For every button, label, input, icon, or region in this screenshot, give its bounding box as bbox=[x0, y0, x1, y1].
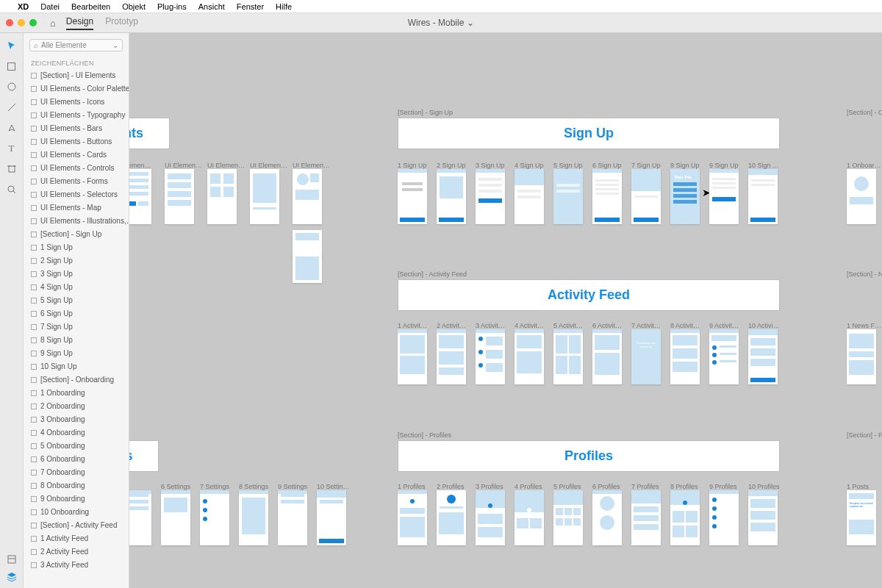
artboard-settings[interactable] bbox=[239, 490, 268, 545]
artboard-settings[interactable] bbox=[200, 490, 229, 545]
layer-item[interactable]: 10 Onboarding bbox=[24, 506, 129, 519]
artboard-ui[interactable] bbox=[129, 169, 151, 224]
artboard-label[interactable]: 3 Profiles bbox=[476, 483, 503, 490]
artboard-label[interactable]: 6 Settings bbox=[161, 483, 190, 490]
layer-item[interactable]: [Section] - UI Elements bbox=[24, 69, 129, 82]
layer-item[interactable]: 7 Sign Up bbox=[24, 320, 129, 334]
artboard-label[interactable]: 4 Sign Up bbox=[514, 162, 544, 169]
artboard-signup[interactable]: Sign Up bbox=[748, 169, 778, 224]
layer-item[interactable]: 10 Sign Up bbox=[24, 360, 129, 373]
artboard-activity[interactable] bbox=[592, 329, 622, 384]
menu-window[interactable]: Fenster bbox=[237, 2, 264, 11]
artboard-signup[interactable] bbox=[553, 169, 583, 224]
layer-item[interactable]: UI Elements - Forms bbox=[24, 175, 129, 188]
artboard-label[interactable]: UI Elemen… bbox=[293, 162, 330, 169]
layer-list[interactable]: [Section] - UI ElementsUI Elements - Col… bbox=[24, 69, 129, 588]
artboard-signup[interactable] bbox=[476, 169, 505, 224]
layer-item[interactable]: 4 Sign Up bbox=[24, 281, 129, 294]
artboard-profiles[interactable] bbox=[437, 490, 466, 545]
layer-item[interactable]: UI Elements - Illustrations,… bbox=[24, 215, 129, 228]
menu-file[interactable]: Datei bbox=[40, 2, 60, 11]
artboard-signup[interactable] bbox=[631, 169, 661, 224]
artboard-label[interactable]: 5 Activit… bbox=[553, 322, 583, 329]
artboard-label[interactable]: UI Elemen… bbox=[250, 162, 287, 169]
layer-item[interactable]: 6 Onboarding bbox=[24, 453, 129, 466]
artboard-label[interactable]: 8 Sign Up bbox=[670, 162, 700, 169]
section-banner-profiles[interactable]: Profiles bbox=[398, 440, 780, 472]
artboard-label[interactable]: 2 Sign Up bbox=[437, 162, 466, 169]
artboard-label[interactable]: 4 Profiles bbox=[514, 483, 542, 490]
artboard-settings[interactable] bbox=[278, 490, 307, 545]
artboard-label[interactable]: Elemen… bbox=[129, 162, 151, 169]
close-window-button[interactable] bbox=[6, 19, 13, 26]
artboard-label[interactable]: 6 Activit… bbox=[592, 322, 622, 329]
section-label-onboarding[interactable]: [Section] - O bbox=[847, 109, 882, 116]
artboard-tool[interactable] bbox=[7, 164, 17, 174]
artboard-settings[interactable] bbox=[129, 490, 151, 545]
artboard-label[interactable]: 1 Sign Up bbox=[398, 162, 427, 169]
artboard-activity[interactable] bbox=[398, 329, 427, 384]
artboard-signup[interactable] bbox=[398, 169, 427, 224]
artboard-label[interactable]: 9 Settings bbox=[278, 483, 307, 490]
layer-item[interactable]: UI Elements - Bars bbox=[24, 122, 129, 135]
artboard-label[interactable]: 8 Activit… bbox=[670, 322, 700, 329]
layer-item[interactable]: 7 Onboarding bbox=[24, 466, 129, 479]
artboard-profiles[interactable] bbox=[398, 490, 427, 545]
artboard-label[interactable]: 10 Sign … bbox=[748, 162, 779, 169]
section-label-profiles[interactable]: [Section] - Profiles bbox=[398, 431, 451, 439]
artboard-label[interactable]: 8 Settings bbox=[239, 483, 268, 490]
layer-item[interactable]: UI Elements - Color Palette bbox=[24, 82, 129, 96]
section-label-signup[interactable]: [Section] - Sign Up bbox=[398, 109, 453, 116]
artboard-label[interactable]: 10 Profiles bbox=[748, 483, 780, 490]
artboard-activity[interactable] bbox=[437, 329, 466, 384]
layer-item[interactable]: UI Elements - Selectors bbox=[24, 188, 129, 201]
section-banner-uielements[interactable]: ements bbox=[129, 118, 170, 149]
section-banner-activity[interactable]: Activity Feed bbox=[398, 279, 780, 311]
artboard-label[interactable]: 1 Onboar… bbox=[847, 162, 881, 169]
section-banner-settings[interactable]: ttings bbox=[129, 440, 159, 472]
artboard-label[interactable]: 3 Activit… bbox=[476, 322, 505, 329]
artboard-label[interactable]: UI Elemen… bbox=[207, 162, 245, 169]
maximize-window-button[interactable] bbox=[29, 19, 37, 26]
text-tool[interactable]: T bbox=[7, 143, 17, 154]
artboard-signup[interactable] bbox=[709, 169, 739, 224]
app-menu[interactable]: XD bbox=[18, 2, 29, 11]
layers-icon[interactable] bbox=[7, 572, 17, 582]
layer-item[interactable]: [Section] - Onboarding bbox=[24, 373, 129, 387]
artboard-label[interactable]: 6 Profiles bbox=[592, 483, 620, 490]
artboard-label[interactable]: 9 Profiles bbox=[709, 483, 737, 490]
menu-help[interactable]: Hilfe bbox=[276, 2, 292, 11]
layer-item[interactable]: 9 Onboarding bbox=[24, 492, 129, 506]
artboard-settings[interactable] bbox=[317, 490, 346, 545]
artboard-profiles[interactable] bbox=[553, 490, 583, 545]
artboard-signup[interactable] bbox=[437, 169, 466, 224]
artboard-label[interactable]: 1 Profiles bbox=[398, 483, 426, 490]
artboard-label[interactable]: 7 Activit… bbox=[631, 322, 661, 329]
tab-design[interactable]: Design bbox=[66, 16, 93, 30]
layer-item[interactable]: UI Elements - Map bbox=[24, 201, 129, 215]
tab-prototype[interactable]: Prototyp bbox=[105, 16, 138, 30]
artboard-profiles[interactable] bbox=[514, 490, 544, 545]
artboard-signup[interactable] bbox=[514, 169, 544, 224]
section-label-news[interactable]: [Section] - N bbox=[847, 270, 882, 278]
layer-item[interactable]: 5 Sign Up bbox=[24, 294, 129, 307]
artboard-label[interactable]: 4 Activit… bbox=[514, 322, 544, 329]
layer-item[interactable]: 1 Sign Up bbox=[24, 241, 129, 254]
artboard-label[interactable]: 5 Profiles bbox=[553, 483, 581, 490]
line-tool[interactable] bbox=[7, 102, 17, 112]
layer-item[interactable]: 1 Activity Feed bbox=[24, 532, 129, 545]
artboard-ui[interactable] bbox=[207, 169, 237, 224]
layer-item[interactable]: UI Elements - Cards bbox=[24, 148, 129, 162]
section-banner-signup[interactable]: Sign Up bbox=[398, 118, 780, 149]
menu-plugins[interactable]: Plug-ins bbox=[157, 2, 187, 11]
artboard-label[interactable]: 10 Activi… bbox=[748, 322, 780, 329]
home-icon[interactable]: ⌂ bbox=[50, 18, 56, 29]
artboard-label[interactable]: 7 Profiles bbox=[631, 483, 659, 490]
artboard-label[interactable]: 8 Profiles bbox=[670, 483, 698, 490]
document-title[interactable]: Wires - Mobile⌄ bbox=[408, 18, 475, 28]
artboard-label[interactable]: 7 Settings bbox=[200, 483, 229, 490]
artboard-activity[interactable] bbox=[476, 329, 505, 384]
layer-item[interactable]: 2 Onboarding bbox=[24, 400, 129, 413]
artboard-label[interactable]: 9 Sign Up bbox=[709, 162, 739, 169]
layer-item[interactable]: [Section] - Sign Up bbox=[24, 228, 129, 241]
